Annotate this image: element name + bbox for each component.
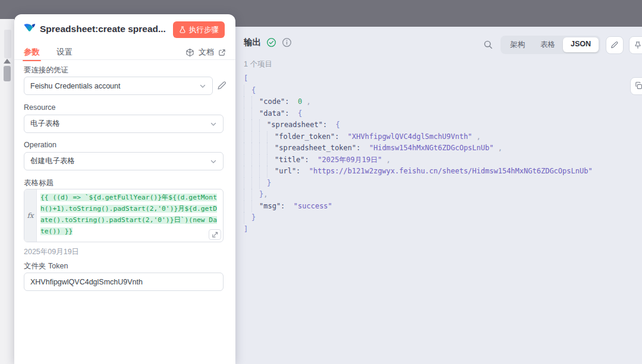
json-line: } xyxy=(244,212,593,224)
operation-select[interactable]: 创建电子表格 xyxy=(24,152,224,170)
chevron-down-icon xyxy=(199,83,206,90)
json-line: "data": { xyxy=(244,108,593,120)
credential-label: 要连接的凭证 xyxy=(24,65,68,75)
chevron-down-icon xyxy=(210,121,217,128)
expression-editor[interactable]: fx {{ ((d) => `${d.getFullYear()}年${(d.g… xyxy=(24,189,224,242)
card-tab[interactable]: 设置 xyxy=(56,47,73,58)
sheet-title-label: 表格标题 xyxy=(24,178,54,188)
json-line: [ xyxy=(244,73,593,85)
expression-result-preview: 2025年09月19日 xyxy=(24,247,79,257)
resource-label: Resource xyxy=(24,103,56,112)
expand-expression-button[interactable] xyxy=(209,229,221,240)
node-detail-card: Spreadsheet:create spread... 执行步骤 参数设置 文… xyxy=(14,14,235,364)
param-settings-tabs: 参数设置 xyxy=(24,47,73,58)
screen: Spreadsheet:create spread... 执行步骤 参数设置 文… xyxy=(0,0,642,364)
operation-label: Operation xyxy=(24,141,56,149)
folder-token-value: XHVhfipgwlQVC4dglSmchU9Vnth xyxy=(30,278,143,286)
expression-line: te()) }} xyxy=(40,226,219,237)
search-icon[interactable] xyxy=(483,40,493,50)
package-cube-icon[interactable] xyxy=(185,48,194,57)
json-line: "code": 0 , xyxy=(244,96,593,108)
run-step-label: 执行步骤 xyxy=(189,25,219,35)
edit-credential-pencil-icon[interactable] xyxy=(217,81,227,91)
flask-icon xyxy=(179,26,186,34)
pin-data-button[interactable] xyxy=(629,36,642,54)
output-title: 输出 xyxy=(244,37,261,48)
pencil-icon xyxy=(610,41,619,49)
scrollbar-track[interactable] xyxy=(4,30,11,58)
docs-link[interactable]: 文档 xyxy=(199,47,214,58)
json-line: "title": "2025年09月19日" , xyxy=(244,154,593,166)
copy-output-button[interactable] xyxy=(630,77,642,95)
view-tab-表格[interactable]: 表格 xyxy=(533,37,563,52)
json-output-view: [{"code": 0 ,"data": {"spreadsheet": {"f… xyxy=(244,73,593,235)
resource-value: 电子表格 xyxy=(30,119,60,129)
json-line: "url": "https://b121w2zgwyx.feishu.cn/sh… xyxy=(244,166,593,178)
json-line: }, xyxy=(244,189,593,201)
expression-code[interactable]: {{ ((d) => `${d.getFullYear()}年${(d.getM… xyxy=(37,189,223,242)
json-line: "msg": "success" xyxy=(244,201,593,213)
external-link-icon[interactable] xyxy=(218,49,226,56)
expression-line: {{ ((d) => `${d.getFullYear()}年${(d.getM… xyxy=(40,192,219,203)
credential-value: Feishu Credentials account xyxy=(30,82,120,90)
expression-line: h()+1).toString().padStart(2,'0')}月${d.g… xyxy=(40,203,219,214)
feishu-logo-icon xyxy=(23,22,36,36)
operation-value: 创建电子表格 xyxy=(30,156,75,166)
edit-output-button[interactable] xyxy=(606,36,624,54)
json-line: "spreadsheet": { xyxy=(244,119,593,131)
fx-badge: fx xyxy=(24,189,37,242)
json-line: "folder_token": "XHVhfipgwlQVC4dglSmchU9… xyxy=(244,131,593,143)
copy-icon xyxy=(635,82,642,90)
scrollbar-thumb[interactable] xyxy=(4,66,11,81)
credential-select[interactable]: Feishu Credentials account xyxy=(24,77,213,95)
view-tab-架构[interactable]: 架构 xyxy=(502,37,533,52)
expression-line: ate().toString().padStart(2,'0')}日`)(new… xyxy=(40,214,219,226)
chevron-down-icon xyxy=(210,158,217,165)
card-tab[interactable]: 参数 xyxy=(24,47,40,58)
view-tab-JSON[interactable]: JSON xyxy=(563,37,599,52)
node-title: Spreadsheet:create spread... xyxy=(40,24,166,34)
resource-select[interactable]: 电子表格 xyxy=(24,115,224,133)
expand-icon xyxy=(212,232,218,238)
json-line: } xyxy=(244,178,593,189)
pin-icon xyxy=(634,41,642,49)
json-line: "spreadsheet_token": "Hidmsw154hMxNGt6ZD… xyxy=(244,143,593,154)
run-step-button[interactable]: 执行步骤 xyxy=(173,21,225,38)
scroll-up-arrow-icon[interactable] xyxy=(4,59,11,64)
items-count: 1 个项目 xyxy=(244,59,272,69)
success-check-icon xyxy=(266,37,276,48)
left-edge-strip xyxy=(0,19,14,364)
card-tabs-row: 参数设置 文档 xyxy=(14,45,235,60)
output-view-switch: 架构表格JSON xyxy=(501,36,600,54)
folder-token-input[interactable]: XHVhfipgwlQVC4dglSmchU9Vnth xyxy=(24,273,224,291)
info-icon[interactable] xyxy=(282,37,292,48)
folder-token-label: 文件夹 Token xyxy=(24,261,68,271)
json-line: { xyxy=(244,85,593,97)
json-line: ] xyxy=(244,224,593,236)
output-panel: 输出 架构表格JSON xyxy=(235,27,642,364)
